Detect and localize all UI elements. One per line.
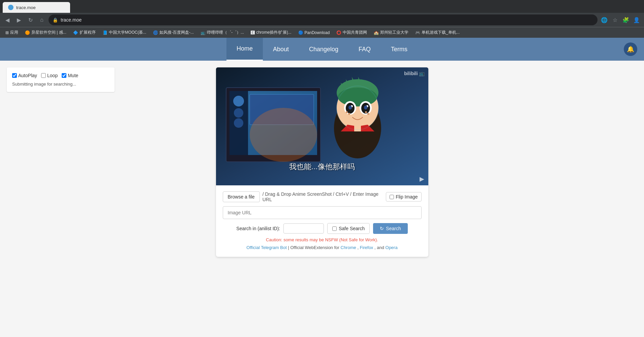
bookmark-star-icon[interactable]: ☆ [610, 15, 620, 25]
notification-button[interactable]: 🔔 [624, 42, 637, 56]
drop-hint: / Drag & Drop Anime ScreenShot / Ctrl+V … [263, 191, 383, 202]
bookmark-icon-10: 🎮 [415, 30, 420, 35]
bookmark-icon-1: 🟠 [25, 30, 30, 35]
mute-checkbox[interactable] [62, 73, 66, 78]
translate-icon[interactable]: 🌐 [600, 15, 609, 25]
profile-icon[interactable]: 👤 [632, 15, 641, 25]
search-options-row: Search in (anilist ID): Safe Search ↻ Se… [223, 223, 422, 234]
bookmark-5[interactable]: 📺 哔哩哔哩（゜-゜）... [198, 29, 247, 36]
tab-bar: trace.moe [0, 0, 644, 13]
link-separator: | Official WebExtension for [288, 245, 340, 250]
video-subtitle: 我也能...像他那样吗 [289, 162, 355, 172]
autoplay-checkbox[interactable] [12, 73, 17, 78]
browser-chrome: trace.moe ◀ ▶ ↻ ⌂ 🔒 trace.moe 🌐 ☆ 🧩 👤 ⊞ … [0, 0, 644, 38]
svg-point-29 [346, 111, 348, 113]
home-button[interactable]: ⌂ [37, 15, 47, 25]
svg-point-10 [250, 108, 317, 162]
telegram-link[interactable]: Official Telegram Bot [246, 245, 288, 250]
video-controls-icon[interactable]: ▶ [420, 175, 424, 183]
comma-separator: , [357, 245, 359, 250]
bookmark-icon-4: 🌀 [153, 30, 158, 35]
loop-label[interactable]: Loop [41, 73, 58, 78]
bookmark-3[interactable]: 📘 中国大学MOOC(慕... [100, 29, 149, 36]
bookmark-apps[interactable]: ⊞ 应用 [3, 29, 21, 36]
bookmark-1[interactable]: 🟠 异星软件空间 | 感... [22, 29, 69, 36]
tab-favicon [8, 5, 13, 10]
url-text: trace.moe [61, 17, 82, 23]
opera-link[interactable]: Opera [386, 245, 398, 250]
tab-title: trace.moe [16, 5, 36, 10]
toolbar-icons: 🌐 ☆ 🧩 👤 [600, 15, 641, 25]
chrome-link[interactable]: Chrome [341, 245, 358, 250]
sidebar-panel: AutoPlay Loop Mute Submitting image for … [7, 67, 115, 92]
browse-file-button[interactable]: Browse a file [223, 191, 260, 202]
flip-image-checkbox[interactable] [390, 195, 394, 199]
active-tab[interactable]: trace.moe [3, 2, 70, 13]
bookmark-10[interactable]: 🎮 单机游戏下载_单机... [412, 29, 462, 36]
safe-search-checkbox[interactable] [332, 226, 337, 231]
bookmark-icon-5: 📺 [201, 30, 206, 35]
anilist-id-input[interactable] [283, 223, 324, 234]
flip-image-label[interactable]: Flip Image [386, 192, 421, 202]
svg-point-6 [234, 108, 243, 118]
safe-search-button[interactable]: Safe Search [327, 223, 370, 234]
links-row: Official Telegram Bot | Official WebExte… [223, 245, 422, 250]
autoplay-label[interactable]: AutoPlay [12, 73, 37, 78]
nav-faq[interactable]: FAQ [348, 38, 381, 61]
bookmark-4[interactable]: 🌀 如风搜-百度网盘-... [150, 29, 196, 36]
svg-point-31 [365, 111, 367, 113]
nav-changelog[interactable]: Changelog [299, 38, 348, 61]
search-button[interactable]: ↻ Search [373, 223, 407, 234]
bookmark-icon-9: 🏫 [374, 30, 379, 35]
image-url-input[interactable] [223, 206, 422, 219]
svg-point-34 [348, 105, 352, 110]
search-spin-icon: ↻ [380, 226, 384, 231]
main-area: AutoPlay Loop Mute Submitting image for … [0, 61, 644, 264]
nav-home[interactable]: Home [226, 38, 263, 61]
play-icon: ▶ [420, 176, 424, 182]
search-form: Browse a file / Drag & Drop Anime Screen… [216, 185, 428, 257]
lock-icon: 🔒 [53, 18, 58, 23]
site-nav: Home About Changelog FAQ Terms 🔔 [0, 38, 644, 61]
address-bar[interactable]: 🔒 trace.moe [49, 14, 597, 25]
caution-text: Caution: some results may be NSFW (Not S… [223, 237, 422, 242]
bookmark-8[interactable]: ⭕ 中国共青团网 [334, 29, 370, 36]
bookmark-icon-7: 🔵 [298, 30, 303, 35]
svg-point-32 [367, 113, 369, 115]
bookmark-icon-6: 🅴 [251, 30, 255, 35]
and-separator: , and [374, 245, 386, 250]
main-card: bilibili 📺 我也能...像他那样吗 ▶ Browse a file /… [216, 67, 428, 257]
forward-button[interactable]: ▶ [14, 15, 24, 25]
preview-area: bilibili 📺 我也能...像他那样吗 ▶ [216, 67, 428, 185]
search-in-label: Search in (anilist ID): [236, 226, 280, 231]
bookmark-7[interactable]: 🔵 PanDownload [296, 30, 333, 36]
apps-icon: ⊞ [5, 30, 9, 35]
status-text: Submitting image for searching... [12, 82, 109, 87]
bell-icon: 🔔 [627, 45, 634, 53]
nav-about[interactable]: About [263, 38, 299, 61]
svg-point-30 [348, 113, 350, 115]
options-row: AutoPlay Loop Mute [12, 73, 109, 78]
omnibox-bar: ◀ ▶ ↻ ⌂ 🔒 trace.moe 🌐 ☆ 🧩 👤 [0, 13, 644, 27]
file-row: Browse a file / Drag & Drop Anime Screen… [223, 191, 422, 202]
back-button[interactable]: ◀ [3, 15, 12, 25]
loop-checkbox[interactable] [41, 73, 46, 78]
bookmark-icon-2: 🔷 [73, 30, 78, 35]
bookmark-6[interactable]: 🅴 chrome插件/扩展|... [248, 29, 294, 36]
svg-point-20 [338, 88, 377, 106]
reload-button[interactable]: ↻ [26, 15, 35, 25]
extensions-icon[interactable]: 🧩 [621, 15, 631, 25]
mute-label[interactable]: Mute [62, 73, 78, 78]
bookmarks-bar: ⊞ 应用 🟠 异星软件空间 | 感... 🔷 扩展程序 📘 中国大学MOOC(慕… [0, 27, 644, 38]
svg-rect-33 [354, 125, 361, 131]
svg-point-35 [364, 105, 367, 110]
bookmark-2[interactable]: 🔷 扩展程序 [70, 29, 98, 36]
bookmark-9[interactable]: 🏫 郑州轻工业大学 [371, 29, 411, 36]
svg-point-5 [233, 96, 244, 106]
bilibili-logo: bilibili 📺 [404, 71, 425, 76]
bookmark-icon-8: ⭕ [336, 30, 341, 35]
nav-terms[interactable]: Terms [381, 38, 418, 61]
page-content: Home About Changelog FAQ Terms 🔔 AutoPla… [0, 38, 644, 337]
firefox-link[interactable]: Firefox [360, 245, 374, 250]
bookmark-icon-3: 📘 [102, 30, 108, 35]
